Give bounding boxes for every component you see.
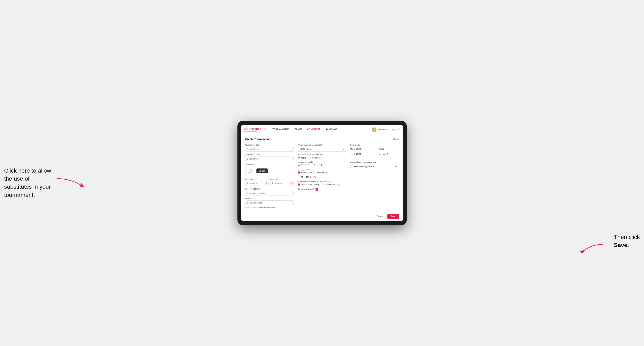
email-support-link[interactable]: email support [264, 206, 276, 208]
nav-committee[interactable]: COMMITTEE [305, 125, 323, 134]
nav-signout[interactable]: Sign out [392, 129, 400, 131]
sponsor-input[interactable] [245, 191, 294, 195]
rounds-2-radio[interactable] [304, 164, 307, 167]
division-label: Which division is the event for? [298, 144, 346, 146]
format-label: Format type [350, 144, 399, 146]
substitutes-checkbox[interactable] [316, 188, 318, 191]
substitutes-group: Allow substitutes? [298, 188, 346, 191]
scoring-stroke-label: Stroke Play [301, 172, 312, 174]
back-button[interactable]: Back [392, 138, 399, 140]
gender-mens[interactable]: Mens [298, 157, 306, 159]
sponsor-label: Sponsor (optional) [245, 188, 294, 190]
tournament-name-group: Tournament name [245, 154, 294, 161]
scoring-match[interactable]: Match Play [314, 171, 327, 174]
format-5count4-label: 5 count 4 [354, 148, 362, 150]
form-section-middle: Which division is the event for? NCAA Di… [298, 144, 346, 208]
scoring-api-select[interactable]: Select a scoring service [350, 164, 399, 169]
rounds-1[interactable]: 1 [298, 164, 302, 167]
scoring-medal[interactable]: Medal Match Play [298, 176, 317, 178]
scoring-match-radio[interactable] [314, 171, 316, 174]
page-footer: Cancel Save [241, 212, 403, 221]
tournament-host-input[interactable] [245, 147, 294, 152]
nav-links: TOURNAMENTS TEAMS COMMITTEE RANKINGS [270, 125, 372, 134]
gender-mens-radio[interactable] [298, 157, 300, 159]
page-title: Create Tournament [245, 138, 270, 141]
nav-rankings[interactable]: RANKINGS [323, 125, 340, 134]
form-section-left: Tournament Host Tournament name Tourname… [245, 144, 294, 208]
nav-teams[interactable]: TEAMS [292, 125, 305, 134]
teams-individuals-radio[interactable] [298, 183, 300, 186]
gender-label: Which gender is the event for? [298, 154, 346, 156]
scoring-medal-radio[interactable] [298, 176, 300, 178]
individuals-only-radio[interactable] [322, 183, 324, 186]
tournament-logo-label: Tournament logo [245, 163, 294, 165]
format-6count4-radio[interactable] [350, 153, 353, 155]
format-6count4[interactable]: 6 count 4 [350, 152, 374, 156]
format-6count5[interactable]: 6 count 5 [376, 153, 399, 156]
individuals-only[interactable]: Individuals Only [322, 183, 340, 186]
teams-individuals[interactable]: Teams (+Individuals) [298, 183, 320, 186]
form-columns: Tournament Host Tournament name Tourname… [245, 144, 399, 208]
scoring-group: Scoring system Stroke Play Match Play [298, 169, 346, 178]
nav-logo-text: SCOREBOARD [244, 127, 266, 131]
venue-group: Venue Can't find your venue? email suppo… [245, 197, 294, 208]
format-other-radio[interactable] [376, 148, 378, 150]
rounds-2[interactable]: 2 [304, 164, 309, 167]
scoring-stroke-radio[interactable] [298, 171, 300, 174]
division-select[interactable]: NCAA Division I [298, 147, 346, 152]
nav-tournaments[interactable]: TOURNAMENTS [270, 125, 292, 134]
tournament-host-label: Tournament Host [245, 144, 294, 146]
gender-womens-radio[interactable] [308, 157, 311, 159]
format-group: Format type 5 count 4 Other [350, 144, 399, 157]
substitutes-label: Allow substitutes? [298, 188, 314, 190]
rounds-3-label: 3 [314, 164, 315, 167]
tournament-host-group: Tournament Host [245, 144, 294, 152]
venue-input[interactable] [245, 200, 294, 205]
venue-label: Venue [245, 197, 294, 200]
arrow-right-icon [580, 242, 605, 253]
teams-individuals-label: Teams (+Individuals) [301, 183, 320, 186]
venue-help: Can't find your venue? email support [245, 206, 294, 208]
rounds-3-radio[interactable] [311, 164, 313, 167]
rounds-2-label: 2 [308, 164, 309, 167]
scoring-medal-label: Medal Match Play [301, 176, 317, 178]
gender-womens[interactable]: Womens [308, 157, 320, 159]
end-date-label: End date [270, 178, 278, 181]
calendar-end-icon: 📅 [290, 182, 292, 184]
format-6count5-radio[interactable] [376, 153, 378, 156]
arrow-left-icon [55, 176, 88, 189]
rounds-label: Number of rounds [298, 161, 346, 163]
tournament-name-input[interactable] [245, 157, 294, 161]
page-content: Create Tournament Back Tournament Host T… [241, 134, 403, 221]
scoring-stroke[interactable]: Stroke Play [298, 171, 312, 174]
tablet-screen: SCOREBOARD Powered by clippd TOURNAMENTS… [241, 125, 403, 221]
rounds-4[interactable]: 4 [317, 164, 322, 167]
division-group: Which division is the event for? NCAA Di… [298, 144, 346, 152]
rounds-radio-group: 1 2 3 4 [298, 164, 346, 167]
date-group: Start date 📅 End date 📅 [245, 177, 294, 186]
rounds-1-radio[interactable] [298, 164, 300, 167]
start-date-group: Start date 📅 [245, 177, 269, 186]
format-6count4-label: 6 count 4 [354, 153, 362, 155]
cancel-button[interactable]: Cancel [375, 214, 385, 219]
format-5count4-radio[interactable] [350, 148, 353, 150]
teams-radio-group: Teams (+Individuals) Individuals Only [298, 183, 346, 186]
rounds-group: Number of rounds 1 2 [298, 161, 346, 167]
gender-group: Which gender is the event for? Mens Wome… [298, 154, 346, 159]
rounds-4-radio[interactable] [317, 164, 320, 167]
substitutes-checkbox-group: Allow substitutes? [298, 188, 346, 191]
nav-separator: | [390, 129, 390, 131]
scoring-radio-group: Stroke Play Match Play Medal Match Play [298, 171, 346, 178]
logo-placeholder [245, 166, 254, 175]
form-section-right: Format type 5 count 4 Other [350, 144, 399, 208]
format-5count4[interactable]: 5 count 4 [350, 148, 374, 150]
tablet-frame: SCOREBOARD Powered by clippd TOURNAMENTS… [238, 121, 407, 225]
nav-logo: SCOREBOARD Powered by clippd [244, 127, 266, 132]
nav-user-label: blair admin [378, 129, 388, 131]
save-button[interactable]: Save [387, 214, 399, 219]
rounds-1-label: 1 [301, 164, 302, 167]
rounds-3[interactable]: 3 [311, 164, 315, 167]
format-other[interactable]: Other [376, 148, 399, 150]
upload-button[interactable]: Upload [256, 169, 268, 173]
tournament-logo-group: Tournament logo Upload [245, 163, 294, 175]
